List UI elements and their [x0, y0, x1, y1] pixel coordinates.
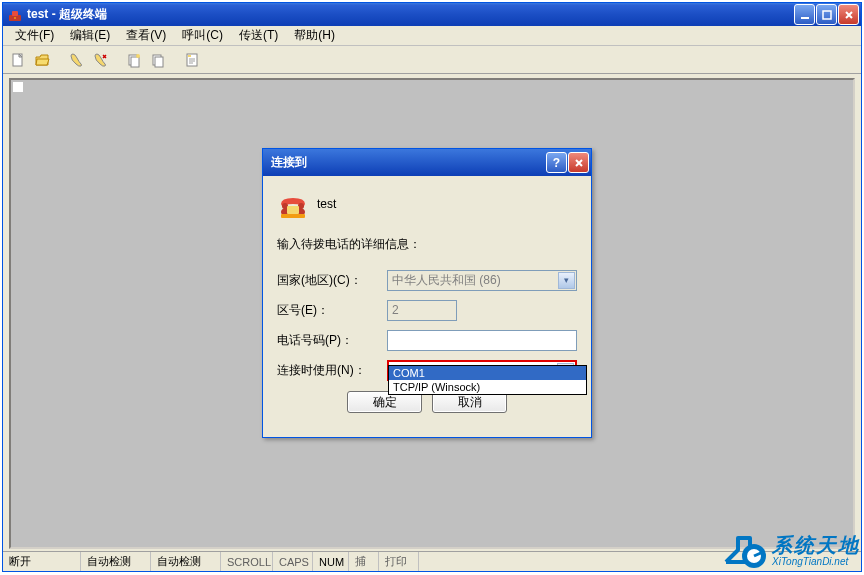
- country-value: 中华人民共和国 (86): [392, 272, 501, 289]
- dialog-instruction: 输入待拨电话的详细信息：: [277, 236, 577, 253]
- dialog-titlebar: 连接到 ?: [263, 149, 591, 176]
- svg-rect-1: [12, 11, 18, 16]
- menu-view[interactable]: 查看(V): [118, 25, 174, 46]
- connect-label: 连接时使用(N)：: [277, 362, 387, 379]
- area-label: 区号(E)：: [277, 302, 387, 319]
- properties-button[interactable]: [181, 49, 203, 71]
- svg-point-8: [136, 54, 140, 58]
- svg-point-2: [14, 17, 16, 19]
- svg-rect-3: [801, 17, 809, 19]
- phone-input[interactable]: [387, 330, 577, 351]
- connect-dropdown-list[interactable]: COM1 TCP/IP (Winsock): [388, 365, 587, 395]
- dropdown-item-tcpip[interactable]: TCP/IP (Winsock): [389, 380, 586, 394]
- menubar: 文件(F) 编辑(E) 查看(V) 呼叫(C) 传送(T) 帮助(H): [3, 26, 861, 46]
- country-label: 国家(地区)(C)：: [277, 272, 387, 289]
- menu-help[interactable]: 帮助(H): [286, 25, 343, 46]
- receive-button[interactable]: [147, 49, 169, 71]
- menu-file[interactable]: 文件(F): [7, 25, 62, 46]
- new-button[interactable]: [7, 49, 29, 71]
- status-connection: 断开: [3, 552, 81, 571]
- status-scroll: SCROLL: [221, 552, 273, 571]
- svg-rect-12: [188, 55, 191, 57]
- menu-transfer[interactable]: 传送(T): [231, 25, 286, 46]
- chevron-down-icon: ▾: [558, 272, 575, 289]
- call-button[interactable]: [65, 49, 87, 71]
- dialog-close-button[interactable]: [568, 152, 589, 173]
- phone-label: 电话号码(P)：: [277, 332, 387, 349]
- status-auto1: 自动检测: [81, 552, 151, 571]
- watermark-title: 系统天地: [772, 535, 860, 555]
- watermark-url: XiTongTianDi.net: [772, 555, 860, 568]
- maximize-button[interactable]: [816, 4, 837, 25]
- titlebar-controls: [794, 4, 859, 25]
- dropdown-item-com1[interactable]: COM1: [389, 366, 586, 380]
- app-icon: [7, 7, 23, 23]
- window-title: test - 超级终端: [27, 6, 794, 23]
- watermark-logo-icon: [716, 530, 768, 572]
- titlebar: test - 超级终端: [3, 3, 861, 26]
- status-capture: 捕: [349, 552, 379, 571]
- svg-rect-4: [823, 11, 831, 19]
- country-select: 中华人民共和国 (86) ▾: [387, 270, 577, 291]
- svg-rect-10: [155, 57, 163, 67]
- connection-name: test: [317, 197, 336, 211]
- area-input: [387, 300, 457, 321]
- cursor-area: [13, 82, 23, 92]
- minimize-button[interactable]: [794, 4, 815, 25]
- status-caps: CAPS: [273, 552, 313, 571]
- dialog-header-row: test: [277, 188, 577, 220]
- status-num: NUM: [313, 552, 349, 571]
- status-print: 打印: [379, 552, 419, 571]
- dialog-help-button[interactable]: ?: [546, 152, 567, 173]
- menu-edit[interactable]: 编辑(E): [62, 25, 118, 46]
- send-button[interactable]: [123, 49, 145, 71]
- toolbar: [3, 46, 861, 74]
- disconnect-button[interactable]: [89, 49, 111, 71]
- watermark: 系统天地 XiTongTianDi.net: [716, 530, 860, 572]
- dialog-title: 连接到: [265, 154, 545, 171]
- svg-rect-16: [287, 206, 299, 214]
- phone-icon: [277, 188, 309, 220]
- menu-call[interactable]: 呼叫(C): [174, 25, 231, 46]
- status-auto2: 自动检测: [151, 552, 221, 571]
- close-button[interactable]: [838, 4, 859, 25]
- svg-rect-17: [281, 214, 305, 218]
- open-button[interactable]: [31, 49, 53, 71]
- svg-rect-7: [131, 57, 139, 67]
